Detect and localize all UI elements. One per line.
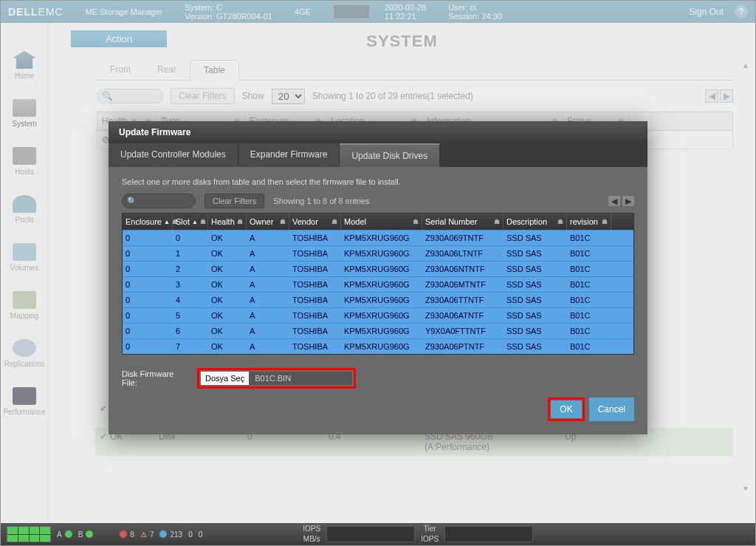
filter-icon[interactable]: ☗ — [557, 218, 563, 225]
disk-clear-filters-button[interactable]: Clear Filters — [205, 194, 264, 208]
tab-disk-drives[interactable]: Update Disk Drives — [340, 143, 440, 167]
filter-icon[interactable]: ☗ — [237, 218, 243, 225]
disk-row[interactable]: 07OKATOSHIBAKPM5XRUG960GZ930A06PTNTFSSD … — [123, 338, 633, 354]
ok-button[interactable]: OK — [551, 400, 581, 418]
zero-count-2: 0 — [199, 530, 203, 539]
disk-next-button[interactable]: ▶ — [622, 196, 634, 206]
file-name-display: B01C.BIN — [249, 372, 352, 385]
port-b-status: B — [78, 530, 94, 539]
tab-expander[interactable]: Expander Firmware — [238, 143, 340, 167]
filter-icon[interactable]: ☗ — [331, 218, 337, 225]
disk-table: Enclosure ▲☗ Slot ▲☗ Health☗ Owner☗ Vend… — [122, 213, 634, 355]
filter-icon[interactable]: ☗ — [280, 218, 286, 225]
filter-icon[interactable]: ☗ — [602, 218, 608, 225]
disk-row[interactable]: 05OKATOSHIBAKPM5XRUG960GZ930A06ATNTFSSD … — [123, 307, 633, 323]
filter-icon[interactable]: ☗ — [494, 218, 500, 225]
zero-count: 0 — [188, 530, 193, 539]
instruction-text: Select one or more disks from table and … — [122, 177, 634, 186]
iops-label: IOPSMB/s — [303, 525, 320, 543]
iops-meter — [326, 526, 415, 542]
disk-prev-button[interactable]: ◀ — [608, 196, 620, 206]
disk-entries-summary: Showing 1 to 8 of 8 entries — [273, 197, 369, 205]
status-bar: A B 8 ⚠7 213 0 0 IOPSMB/s TierIOPS — [1, 523, 755, 545]
dialog-tabs: Update Controller Modules Expander Firmw… — [109, 143, 647, 167]
disk-row[interactable]: 03OKATOSHIBAKPM5XRUG960GZ930A06MTNTFSSD … — [123, 276, 633, 292]
disk-row[interactable]: 01OKATOSHIBAKPM5XRUG960GZ930A06LTNTFSSD … — [123, 245, 633, 261]
disk-search-input[interactable]: 🔍 — [122, 194, 196, 208]
disk-table-header: Enclosure ▲☗ Slot ▲☗ Health☗ Owner☗ Vend… — [123, 214, 633, 230]
update-firmware-dialog: Update Firmware Update Controller Module… — [109, 121, 647, 434]
disk-row[interactable]: 02OKATOSHIBAKPM5XRUG960GZ930A06NTNTFSSD … — [123, 261, 633, 276]
sort-icon[interactable]: ▲ — [192, 219, 198, 225]
ok-highlight: OK — [548, 397, 584, 421]
disk-row[interactable]: 06OKATOSHIBAKPM5XRUG960GY9X0A0FTTNTFSSD … — [123, 323, 633, 338]
controller-grid-icon — [7, 526, 51, 542]
filter-icon[interactable]: ☗ — [200, 218, 206, 225]
tab-controller[interactable]: Update Controller Modules — [109, 143, 238, 167]
file-choose-button[interactable]: Dosya Seç — [201, 372, 249, 385]
filter-icon[interactable]: ☗ — [413, 218, 419, 225]
error-count[interactable]: 8 — [120, 530, 134, 539]
info-count[interactable]: 213 — [159, 530, 182, 539]
tier-label: TierIOPS — [421, 525, 439, 543]
disk-row[interactable]: 00OKATOSHIBAKPM5XRUG960GZ930A069TNTFSSD … — [123, 230, 633, 245]
cancel-button[interactable]: Cancel — [589, 397, 634, 421]
dialog-title: Update Firmware — [109, 121, 647, 143]
warning-count[interactable]: ⚠7 — [140, 530, 154, 539]
port-a-status: A — [57, 530, 72, 539]
file-label: Disk Firmware File: — [122, 369, 188, 387]
disk-row[interactable]: 04OKATOSHIBAKPM5XRUG960GZ930A06TTNTFSSD … — [123, 292, 633, 307]
file-chooser-highlight: Dosya Seç B01C.BIN — [197, 368, 356, 389]
sort-icon[interactable]: ▲ — [164, 219, 170, 225]
modal-overlay: Update Firmware Update Controller Module… — [1, 1, 755, 545]
tier-meter — [444, 526, 533, 542]
